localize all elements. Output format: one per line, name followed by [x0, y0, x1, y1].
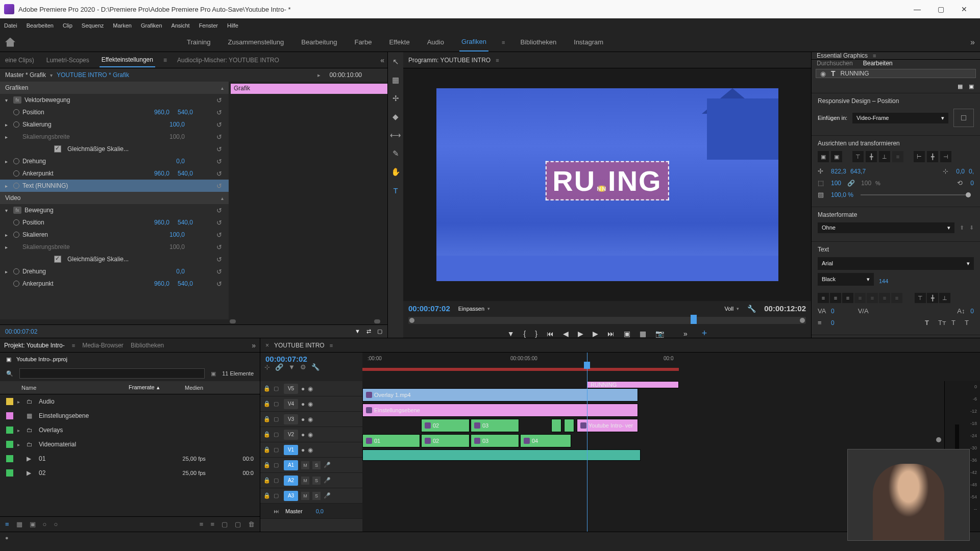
menu-clip[interactable]: Clip	[63, 22, 72, 29]
program-menu-icon[interactable]: ≡	[496, 57, 499, 63]
selection-tool-icon[interactable]: ↖	[391, 57, 400, 66]
master-vol[interactable]: 0,0	[316, 508, 324, 514]
reset-icon[interactable]: ↺	[216, 109, 224, 116]
sort-asc-icon[interactable]: ▴	[157, 384, 160, 391]
reset-icon[interactable]: ↺	[216, 243, 224, 251]
row-skalieren[interactable]: ▸Skalieren100,0↺	[0, 229, 229, 241]
fx-badge-icon[interactable]: fx	[13, 96, 21, 104]
toggle-icon[interactable]: ◉	[308, 416, 313, 423]
close-button[interactable]: ✕	[952, 1, 976, 17]
solo-button[interactable]: S	[312, 492, 321, 500]
row-vektorbewegung[interactable]: ▾fxVektorbewegung↺	[0, 94, 229, 106]
ws-editing[interactable]: Bearbeitung	[299, 33, 339, 51]
menu-bearbeiten[interactable]: Bearbeiten	[27, 22, 54, 29]
align-bottom-icon[interactable]: ⊥	[879, 151, 890, 162]
clip-01[interactable]: 01	[362, 434, 420, 447]
work-area-bar[interactable]	[362, 368, 679, 371]
font-select[interactable]: Arial▾	[818, 257, 974, 270]
track-v2[interactable]: 🔒▢V2●◉	[260, 427, 362, 442]
row-text-running[interactable]: ▸Text (RUNNING)↺	[0, 180, 229, 192]
type-tool-icon[interactable]: T	[391, 186, 400, 195]
chevron-down-icon[interactable]: ▾	[50, 72, 53, 78]
timeline-ruler[interactable]: :00:00 00:00:05:00 00:0	[362, 353, 980, 381]
stopwatch-icon[interactable]	[13, 121, 19, 128]
stopwatch-icon[interactable]	[13, 219, 19, 226]
layer-running[interactable]: ◉ T RUNNING	[816, 69, 976, 78]
align-left-text-icon[interactable]: ≡	[818, 293, 829, 303]
expand-icon[interactable]: ⏭	[274, 508, 279, 514]
menu-marken[interactable]: Marken	[113, 22, 132, 29]
ws-audio[interactable]: Audio	[425, 33, 446, 51]
valign-bot-icon[interactable]: ⊥	[939, 293, 950, 303]
track-a2[interactable]: 🔒▢A2MS🎤	[260, 473, 362, 488]
lock-icon[interactable]: 🔒	[263, 431, 271, 438]
row-ankerpunkt[interactable]: Ankerpunkt960,0540,0↺	[0, 167, 229, 180]
clip-03b[interactable]: 03	[471, 434, 519, 447]
new-item-icon[interactable]: ▢	[235, 520, 241, 528]
rot-val[interactable]: 0	[970, 180, 974, 187]
row-bewegung[interactable]: ▾fxBewegung↺	[0, 204, 229, 216]
step-back-icon[interactable]: ◀	[563, 330, 569, 338]
foot-timecode[interactable]: 00:00:07:02	[5, 328, 37, 335]
auto-sequence-icon[interactable]: ≡	[200, 520, 204, 528]
mute-button[interactable]: M	[301, 461, 309, 469]
reset-icon[interactable]: ↺	[216, 231, 224, 239]
in-handle[interactable]	[409, 318, 414, 323]
stopwatch-icon[interactable]	[13, 232, 19, 238]
ws-menu-icon[interactable]: ≡	[502, 39, 505, 45]
freeform-view-icon[interactable]: ▣	[30, 520, 36, 528]
linked-icon[interactable]: 🔗	[275, 363, 283, 371]
clip-v2a[interactable]	[551, 419, 561, 432]
stopwatch-icon[interactable]	[13, 268, 19, 274]
solo-button[interactable]: S	[312, 477, 321, 485]
menu-sequenz[interactable]: Sequenz	[82, 22, 104, 29]
clip-v2b[interactable]	[564, 419, 574, 432]
list-view-icon[interactable]: ≡	[5, 520, 9, 528]
reset-icon[interactable]: ↺	[216, 207, 224, 214]
tab-edit[interactable]: Bearbeiten	[863, 60, 893, 67]
anch-y[interactable]: 0,	[969, 168, 974, 175]
up-arrow-icon[interactable]: ▴	[221, 195, 224, 201]
video-canvas[interactable]: RUNNING	[436, 88, 778, 281]
current-timecode[interactable]: 00:00:07:02	[408, 304, 450, 313]
align-middle-icon[interactable]: ╋	[866, 151, 877, 162]
find-icon[interactable]: ≡	[210, 520, 214, 528]
play-icon[interactable]: ▶	[578, 330, 583, 338]
menu-datei[interactable]: Datei	[4, 22, 17, 29]
collapse-icon[interactable]: «	[380, 56, 384, 64]
extract-icon[interactable]: ▦	[640, 330, 646, 338]
timeline-timecode[interactable]: 00:00:07:02	[260, 353, 362, 363]
zoom-slider-icon[interactable]: ○	[43, 520, 47, 528]
reset-icon[interactable]: ↺	[216, 219, 224, 227]
menu-fenster[interactable]: Fenster	[199, 22, 218, 29]
align-top-icon[interactable]: ⊤	[852, 151, 864, 162]
reset-icon[interactable]: ↺	[216, 145, 224, 153]
voice-icon[interactable]: 🎤	[324, 462, 331, 468]
sort-icon[interactable]: ○	[54, 520, 58, 528]
program-viewport[interactable]: RUNNING	[403, 68, 811, 301]
ripple-edit-icon[interactable]: ✢	[391, 94, 400, 103]
tab-clips[interactable]: eine Clips)	[3, 54, 36, 67]
weight-select[interactable]: Black▾	[818, 273, 874, 286]
tab-project[interactable]: Projekt: Youtube Intro-	[4, 342, 65, 349]
settings-icon[interactable]: 🔧	[747, 305, 756, 313]
up-arrow-icon[interactable]: ▴	[221, 85, 224, 91]
valign-top-icon[interactable]: ⊤	[915, 293, 926, 303]
ws-assembly[interactable]: Zusammenstellung	[226, 33, 286, 51]
sub-icon[interactable]: T	[965, 319, 974, 327]
clip-adjustment[interactable]: Einstellungsebene	[362, 404, 638, 417]
tab-lumetri[interactable]: Lumetri-Scopes	[44, 54, 91, 67]
eye-icon[interactable]: ●	[301, 400, 305, 408]
menu-ansicht[interactable]: Ansicht	[172, 22, 190, 29]
ws-effects[interactable]: Effekte	[387, 33, 411, 51]
minimize-button[interactable]: —	[905, 1, 929, 17]
link-icon[interactable]: 🔗	[847, 180, 855, 187]
voice-icon[interactable]: 🎤	[324, 492, 331, 499]
font-size[interactable]: 144	[879, 278, 888, 284]
caps-icon[interactable]: T	[925, 319, 934, 327]
marker-icon[interactable]: ▼	[507, 330, 514, 338]
reset-icon[interactable]: ↺	[216, 133, 224, 141]
maximize-button[interactable]: ▢	[929, 1, 952, 17]
stopwatch-icon[interactable]	[13, 281, 19, 287]
distribute-icon[interactable]: ≡	[892, 151, 903, 162]
